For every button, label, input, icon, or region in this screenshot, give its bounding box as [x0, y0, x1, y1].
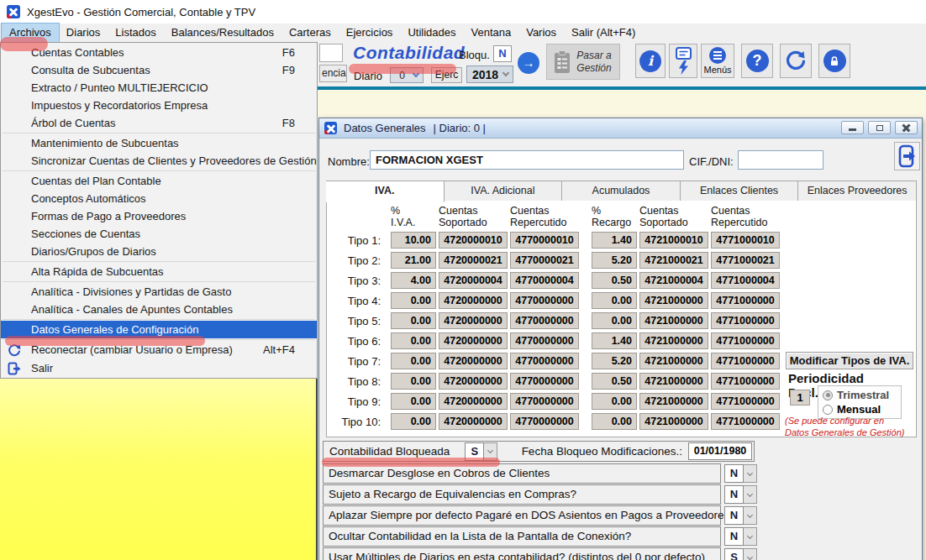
- go-arrow-button[interactable]: [518, 52, 539, 74]
- menubar-item[interactable]: Varios: [518, 24, 564, 42]
- cuenta-soportado-recargo-field[interactable]: 4721000004: [639, 272, 708, 289]
- menu-item[interactable]: [3, 133, 315, 133]
- menu-item[interactable]: Secciones de Cuentas: [1, 225, 317, 243]
- cuenta-soportado-recargo-field[interactable]: 4721000000: [639, 312, 708, 329]
- menu-item-reconectar[interactable]: Reconectar (cambiar Usuario o Empresa) A…: [1, 341, 317, 359]
- menu-item[interactable]: [3, 281, 315, 282]
- ejercicio-select[interactable]: 2018: [466, 65, 513, 83]
- recargo-pct-field[interactable]: 0.00: [592, 393, 637, 410]
- menu-item[interactable]: Cuentas del Plan Contable: [1, 172, 317, 190]
- menu-item[interactable]: [3, 319, 315, 320]
- iva-pct-field[interactable]: 0.00: [391, 413, 436, 430]
- notes-button[interactable]: [669, 44, 697, 78]
- diario-select[interactable]: 0: [390, 67, 424, 83]
- menu-item[interactable]: [3, 170, 315, 171]
- iva-pct-field[interactable]: 0.00: [391, 312, 436, 329]
- lock-button[interactable]: [818, 44, 850, 78]
- cuenta-repercutido-field[interactable]: 4770000000: [510, 312, 579, 329]
- nombre-input[interactable]: [370, 150, 684, 170]
- iva-pct-field[interactable]: 0.00: [391, 373, 436, 390]
- cuenta-soportado-recargo-field[interactable]: 4721000010: [639, 232, 708, 249]
- cuenta-repercutido-field[interactable]: 4770000000: [510, 413, 579, 430]
- chevron-down-icon[interactable]: [744, 548, 757, 560]
- restore-button[interactable]: [868, 121, 891, 134]
- help-button[interactable]: [741, 44, 773, 78]
- menu-item[interactable]: Conceptos Automáticos: [1, 190, 317, 207]
- config-option-select[interactable]: N: [724, 527, 757, 546]
- cuenta-repercutido-recargo-field[interactable]: 4771000000: [711, 393, 780, 410]
- chevron-down-icon[interactable]: [484, 442, 497, 461]
- cuenta-repercutido-field[interactable]: 4770000010: [510, 232, 579, 249]
- recargo-pct-field[interactable]: 5.20: [592, 252, 637, 269]
- cuenta-soportado-field[interactable]: 4720000000: [439, 373, 508, 390]
- recargo-pct-field[interactable]: 0.00: [592, 413, 637, 430]
- cuenta-repercutido-field[interactable]: 4770000021: [510, 252, 579, 269]
- menubar-item[interactable]: Balances/Resultados: [164, 24, 281, 42]
- info-button[interactable]: [635, 44, 666, 78]
- radio-option-trimestral[interactable]: Trimestral: [823, 388, 901, 402]
- tab[interactable]: Enlaces Proveedores: [798, 181, 917, 201]
- menubar-item[interactable]: Ventana: [463, 24, 518, 42]
- iva-pct-field[interactable]: 0.00: [391, 353, 436, 369]
- cuenta-soportado-recargo-field[interactable]: 4721000000: [639, 332, 708, 349]
- cuenta-repercutido-recargo-field[interactable]: 4771000000: [711, 353, 780, 369]
- cuenta-soportado-field[interactable]: 4720000000: [439, 413, 508, 430]
- cuenta-soportado-recargo-field[interactable]: 4721000000: [639, 292, 708, 309]
- cuenta-repercutido-field[interactable]: 4770000000: [510, 332, 579, 349]
- menu-item[interactable]: Analítica - Canales de Apuntes Contables: [1, 301, 317, 318]
- menu-item[interactable]: Cuentas Contables F6: [1, 44, 317, 61]
- menu-item[interactable]: Extracto / Punteo MULTIEJERCICIO: [1, 79, 317, 97]
- chevron-down-icon[interactable]: [744, 506, 757, 525]
- iva-pct-field[interactable]: 21.00: [391, 252, 436, 269]
- config-option-select[interactable]: N: [724, 506, 757, 525]
- bloqueada-select[interactable]: S: [465, 442, 497, 461]
- menubar-item[interactable]: Diarios: [59, 24, 108, 42]
- menubar-item[interactable]: Archivos: [2, 24, 59, 42]
- cuenta-soportado-field[interactable]: 4720000000: [439, 393, 508, 410]
- cuenta-repercutido-field[interactable]: 4770000000: [510, 353, 579, 369]
- menubar-item[interactable]: Utilidades: [400, 24, 463, 42]
- cuenta-soportado-field[interactable]: 4720000000: [439, 312, 508, 329]
- iva-pct-field[interactable]: 0.00: [391, 292, 436, 309]
- menu-item[interactable]: Analítica - Divisiones y Partidas de Gas…: [1, 283, 317, 301]
- config-option-select[interactable]: N: [724, 464, 757, 483]
- recargo-pct-field[interactable]: 1.40: [592, 332, 637, 349]
- close-button[interactable]: [895, 121, 918, 134]
- menu-item[interactable]: Formas de Pago a Proveedores: [1, 207, 317, 225]
- menu-item[interactable]: Sincronizar Cuentas de Clientes y Provee…: [1, 152, 317, 170]
- cuenta-soportado-recargo-field[interactable]: 4721000021: [639, 252, 708, 269]
- menu-item[interactable]: Alta Rápida de Subcuentas: [1, 263, 317, 280]
- tab[interactable]: Enlaces Clientes: [681, 181, 799, 201]
- tab[interactable]: Acumulados: [562, 181, 681, 201]
- menu-item[interactable]: Mantenimiento de Subcuentas: [1, 134, 317, 152]
- cuenta-repercutido-recargo-field[interactable]: 4771000021: [711, 252, 780, 269]
- cuenta-soportado-field[interactable]: 4720000010: [439, 232, 508, 249]
- iva-pct-field[interactable]: 0.00: [391, 393, 436, 410]
- cuenta-repercutido-recargo-field[interactable]: 4771000000: [711, 292, 780, 309]
- partial-button[interactable]: encia: [319, 65, 347, 82]
- chevron-down-icon[interactable]: [744, 527, 757, 546]
- menubar-item[interactable]: Salir (Alt+F4): [564, 24, 643, 42]
- chevron-down-icon[interactable]: [744, 464, 757, 483]
- cuenta-repercutido-recargo-field[interactable]: 4771000000: [711, 332, 780, 349]
- cuenta-soportado-field[interactable]: 4720000004: [439, 272, 508, 289]
- menu-item[interactable]: [3, 339, 315, 340]
- menubar-item[interactable]: Ejercicios: [339, 24, 401, 42]
- menu-item[interactable]: Datos Generales de Configuración: [1, 321, 317, 338]
- cuenta-soportado-recargo-field[interactable]: 4721000000: [639, 373, 708, 390]
- recargo-pct-field[interactable]: 0.50: [592, 373, 637, 390]
- menu-item[interactable]: [3, 261, 315, 262]
- cuenta-soportado-field[interactable]: 4720000000: [439, 332, 508, 349]
- menu-item[interactable]: Impuestos y Recordatorios Empresa: [1, 97, 317, 114]
- recargo-pct-field[interactable]: 0.00: [592, 292, 637, 309]
- cuenta-repercutido-recargo-field[interactable]: 4771000000: [711, 413, 780, 430]
- ejercicio-button[interactable]: Ejerc: [431, 67, 462, 83]
- cuenta-repercutido-recargo-field[interactable]: 4771000000: [711, 373, 780, 390]
- iva-pct-field[interactable]: 0.00: [391, 332, 436, 349]
- iva-pct-field[interactable]: 10.00: [391, 232, 436, 249]
- exit-dialog-button[interactable]: [894, 142, 920, 170]
- tab[interactable]: IVA.: [326, 181, 445, 202]
- config-option-select[interactable]: N: [724, 485, 757, 504]
- minimize-button[interactable]: [841, 121, 864, 134]
- menu-item[interactable]: Consulta de Subcuentas F9: [1, 61, 317, 79]
